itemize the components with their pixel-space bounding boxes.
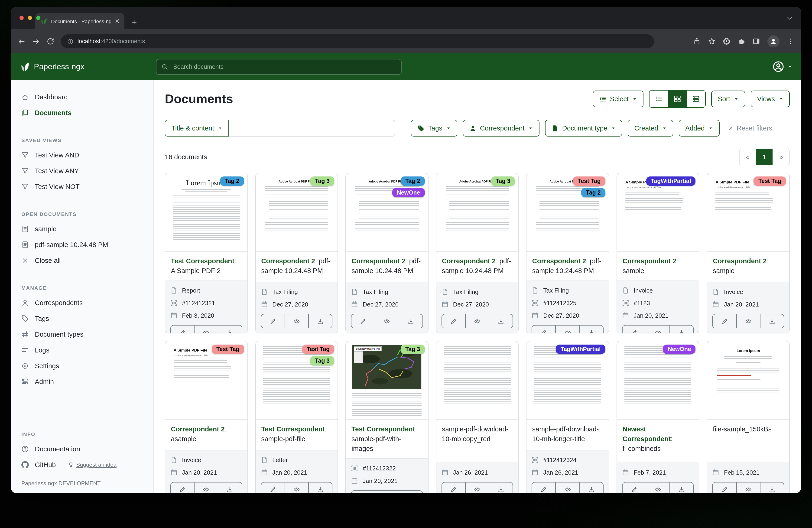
pagination-next-button[interactable]: » bbox=[772, 149, 789, 165]
document-title[interactable]: Newest Correspondent: f_combineds bbox=[617, 420, 699, 462]
download-button[interactable] bbox=[579, 483, 603, 493]
pagination-page-1[interactable]: 1 bbox=[756, 149, 772, 165]
document-thumbnail[interactable]: A Simple PDF FileThis is a small demonst… bbox=[617, 173, 699, 252]
tag-badge-test-tag[interactable]: Test Tag bbox=[212, 345, 244, 354]
edit-button[interactable] bbox=[171, 326, 194, 333]
edit-button[interactable] bbox=[261, 483, 284, 493]
sidebar-item-document-types[interactable]: Document types bbox=[11, 327, 153, 342]
view-button[interactable] bbox=[646, 326, 669, 333]
sidebar-item-admin[interactable]: Admin bbox=[11, 374, 153, 390]
sidebar-item-documents[interactable]: Documents bbox=[11, 105, 153, 121]
tab-list-chevron-icon[interactable] bbox=[786, 14, 794, 22]
document-thumbnail[interactable]: NewOne bbox=[617, 341, 699, 420]
sidebar-item-test-view-any[interactable]: Test View ANY bbox=[11, 163, 153, 179]
view-detail-button[interactable] bbox=[687, 90, 705, 107]
filter-document-type-button[interactable]: Document type bbox=[545, 120, 622, 137]
tag-badge-tagwithpartial[interactable]: TagWithPartial bbox=[556, 345, 605, 354]
edit-button[interactable] bbox=[532, 483, 555, 493]
tag-badge-newone[interactable]: NewOne bbox=[392, 188, 424, 197]
document-thumbnail[interactable]: Lorem ipsum bbox=[707, 341, 789, 420]
document-card[interactable]: Adobe Acrobat PDF FilesTag 3Corresponden… bbox=[255, 173, 338, 333]
tag-badge-tag-2[interactable]: Tag 2 bbox=[401, 176, 424, 186]
document-thumbnail[interactable]: Test TagTag 3 bbox=[256, 341, 337, 420]
title-content-input[interactable] bbox=[229, 120, 395, 137]
global-search[interactable] bbox=[156, 59, 402, 74]
edit-button[interactable] bbox=[532, 326, 555, 333]
download-button[interactable] bbox=[489, 314, 512, 328]
download-button[interactable] bbox=[669, 483, 693, 493]
view-button[interactable] bbox=[285, 314, 308, 328]
sort-dropdown-button[interactable]: Sort bbox=[711, 90, 745, 107]
document-thumbnail[interactable]: A Simple PDF FileThis is a small demonst… bbox=[165, 341, 247, 420]
document-card[interactable]: A Simple PDF FileThis is a small demonst… bbox=[165, 341, 248, 493]
sidebar-item-settings[interactable]: Settings bbox=[11, 358, 153, 374]
document-thumbnail[interactable]: Lorem IpsumTag 2 bbox=[165, 173, 247, 252]
user-menu[interactable] bbox=[772, 61, 793, 72]
document-card[interactable]: A Simple PDF FileThis is a small demonst… bbox=[617, 173, 699, 333]
correspondent-link[interactable]: Newest Correspondent bbox=[623, 425, 671, 443]
side-panel-icon[interactable] bbox=[753, 38, 760, 45]
edit-button[interactable] bbox=[623, 483, 646, 493]
global-search-input[interactable] bbox=[172, 63, 396, 71]
document-title[interactable]: Test Correspondent: A Sample PDF 2 bbox=[165, 252, 247, 281]
close-window-button[interactable] bbox=[19, 16, 24, 20]
document-card[interactable]: TagWithPartialsample-pdf-download-10-mb-… bbox=[526, 341, 609, 493]
select-dropdown-button[interactable]: Select bbox=[593, 90, 643, 107]
edit-button[interactable] bbox=[261, 314, 284, 328]
forward-button[interactable] bbox=[32, 38, 40, 45]
correspondent-link[interactable]: Test Correspondent bbox=[261, 425, 324, 433]
edit-button[interactable] bbox=[442, 314, 465, 328]
zoom-window-button[interactable] bbox=[36, 16, 40, 20]
share-icon[interactable] bbox=[693, 38, 700, 45]
download-button[interactable] bbox=[218, 483, 242, 493]
view-button[interactable] bbox=[465, 483, 489, 493]
correspondent-link[interactable]: Correspondent 2 bbox=[261, 257, 315, 265]
sidebar-item-test-view-and[interactable]: Test View AND bbox=[11, 147, 153, 163]
edit-button[interactable] bbox=[623, 326, 646, 333]
reload-button[interactable] bbox=[46, 38, 54, 45]
document-title[interactable]: Correspondent 2: sample bbox=[617, 252, 699, 281]
pagination-prev-button[interactable]: « bbox=[740, 149, 756, 165]
back-button[interactable] bbox=[18, 38, 26, 45]
sidebar-item-logs[interactable]: Logs bbox=[11, 342, 153, 358]
view-button[interactable] bbox=[194, 326, 218, 333]
bookmark-star-icon[interactable] bbox=[708, 38, 715, 45]
download-button[interactable] bbox=[760, 314, 784, 328]
download-button[interactable] bbox=[669, 326, 693, 333]
document-thumbnail[interactable]: Adobe Acrobat PDF FilesTag 3 bbox=[256, 173, 337, 252]
tag-badge-tag-3[interactable]: Tag 3 bbox=[310, 356, 334, 366]
filter-created-button[interactable]: Created bbox=[628, 120, 673, 137]
document-card[interactable]: Lorem ipsumfile-sample_150kBsFeb 15, 202… bbox=[707, 341, 790, 493]
view-button[interactable] bbox=[736, 483, 760, 493]
document-title[interactable]: file-sample_150kBs bbox=[707, 420, 789, 462]
sidebar-item-sample[interactable]: sample bbox=[11, 221, 153, 237]
browser-tab[interactable]: Documents - Paperless-ngx ✕ bbox=[35, 13, 125, 29]
tag-badge-test-tag[interactable]: Test Tag bbox=[573, 176, 605, 186]
edit-button[interactable] bbox=[713, 483, 736, 493]
download-button[interactable] bbox=[308, 483, 332, 493]
tag-badge-tag-2[interactable]: Tag 2 bbox=[220, 176, 244, 186]
document-card[interactable]: Boundary Waters TripTag 3Test Correspond… bbox=[345, 341, 428, 493]
edit-button[interactable] bbox=[442, 483, 465, 493]
download-button[interactable] bbox=[398, 491, 422, 493]
password-manager-icon[interactable] bbox=[723, 38, 730, 45]
address-bar[interactable]: localhost:4200/documents bbox=[61, 34, 654, 48]
filter-added-button[interactable]: Added bbox=[679, 120, 720, 137]
tag-badge-tag-2[interactable]: Tag 2 bbox=[581, 188, 605, 197]
edit-button[interactable] bbox=[351, 491, 375, 493]
view-button[interactable] bbox=[646, 483, 669, 493]
view-grid-button[interactable] bbox=[668, 90, 687, 107]
view-button[interactable] bbox=[194, 483, 218, 493]
extensions-puzzle-icon[interactable] bbox=[738, 38, 745, 45]
view-button[interactable] bbox=[375, 491, 398, 493]
view-button[interactable] bbox=[555, 483, 579, 493]
sidebar-item-tags[interactable]: Tags bbox=[11, 311, 153, 327]
site-info-icon[interactable] bbox=[67, 38, 73, 44]
sidebar-item-correspondents[interactable]: Correspondents bbox=[11, 295, 153, 311]
sidebar-item-dashboard[interactable]: Dashboard bbox=[11, 89, 153, 105]
document-title[interactable]: sample-pdf-download-10-mb-longer-title bbox=[527, 420, 609, 450]
document-title[interactable]: Correspondent 2: asample bbox=[165, 420, 247, 450]
correspondent-link[interactable]: Correspondent 2 bbox=[623, 257, 677, 265]
document-thumbnail[interactable]: TagWithPartial bbox=[527, 341, 609, 420]
minimize-window-button[interactable] bbox=[28, 16, 32, 20]
